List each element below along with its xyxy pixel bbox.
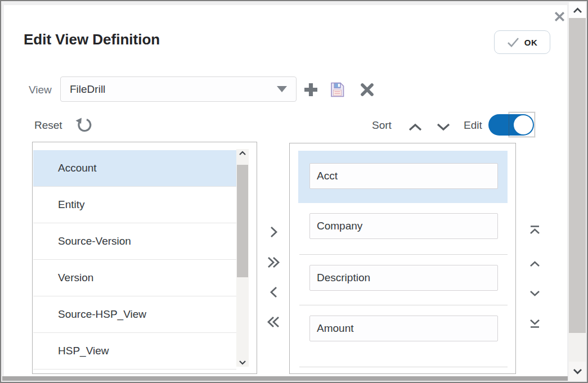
double-chevron-right-icon — [267, 256, 280, 269]
move-to-top-button[interactable] — [526, 222, 543, 238]
list-item[interactable]: Account — [33, 150, 236, 187]
view-columns-rows — [298, 143, 508, 367]
screenshot-root: Edit View Definition OK View FileDrill — [0, 0, 588, 383]
page-scrollbar-thumb[interactable] — [569, 18, 586, 333]
plus-icon — [303, 82, 318, 97]
list-item[interactable] — [298, 305, 508, 367]
ok-button-label: OK — [524, 38, 538, 47]
refresh-icon — [75, 117, 92, 134]
scrollbar-thumb[interactable] — [237, 165, 248, 277]
edit-view-definition-dialog: Edit View Definition OK View FileDrill — [4, 5, 567, 379]
move-to-bottom-button[interactable] — [526, 315, 543, 332]
move-all-left-button[interactable] — [265, 313, 282, 330]
column-name-input[interactable] — [309, 163, 498, 189]
page-scroll-up-icon[interactable] — [569, 2, 586, 18]
list-item[interactable] — [298, 151, 508, 203]
move-left-button[interactable] — [265, 283, 282, 300]
column-name-input[interactable] — [309, 213, 498, 239]
list-item[interactable] — [298, 255, 508, 305]
list-item-label: Source-Version — [58, 235, 131, 247]
chevron-right-icon — [270, 226, 278, 238]
list-item-label: Account — [58, 162, 97, 174]
view-label: View — [29, 84, 52, 96]
list-item[interactable]: Entity — [33, 187, 236, 223]
dialog-title: Edit View Definition — [24, 31, 160, 48]
check-icon — [507, 37, 519, 47]
delete-view-button[interactable] — [360, 82, 375, 97]
window-bottom-edge — [2, 376, 568, 381]
chevron-down-icon — [277, 86, 287, 92]
chevron-up-icon — [408, 123, 423, 132]
sort-ascending-button[interactable] — [407, 121, 424, 133]
scroll-up-icon[interactable] — [236, 150, 249, 156]
chevron-down-icon — [529, 290, 541, 298]
list-item[interactable]: Source-Version — [33, 223, 236, 260]
save-icon — [330, 82, 344, 97]
ok-button[interactable]: OK — [494, 30, 550, 54]
close-icon[interactable] — [553, 10, 565, 22]
add-view-button[interactable] — [302, 81, 319, 98]
view-dropdown[interactable]: FileDrill — [60, 76, 297, 102]
sort-descending-button[interactable] — [435, 121, 452, 133]
delete-x-icon — [360, 83, 374, 97]
list-item[interactable]: Version — [33, 260, 236, 296]
reset-button[interactable] — [74, 116, 93, 134]
reset-label: Reset — [34, 119, 62, 132]
chevron-up-icon — [529, 260, 541, 267]
scroll-down-icon[interactable] — [236, 360, 249, 366]
chevron-left-icon — [270, 286, 278, 299]
move-up-button[interactable] — [526, 255, 543, 272]
list-item-label: Entity — [58, 199, 85, 211]
chevron-up-bar-icon — [529, 225, 541, 235]
list-item-label: HSP_View — [58, 345, 109, 357]
move-right-button[interactable] — [265, 223, 282, 240]
toggle-focus-ring — [509, 112, 535, 137]
double-chevron-left-icon — [267, 316, 280, 328]
save-view-button[interactable] — [330, 82, 345, 97]
move-all-right-button[interactable] — [265, 254, 282, 271]
list-item[interactable]: HSP_View — [33, 333, 236, 370]
edit-label: Edit — [464, 119, 482, 132]
chevron-down-bar-icon — [529, 318, 541, 328]
list-item-label: Version — [58, 272, 93, 284]
available-dimensions-rows: Account Entity Source-Version Version So… — [33, 150, 236, 370]
list-item-label: Source-HSP_View — [58, 308, 146, 321]
move-down-button[interactable] — [526, 285, 543, 302]
chevron-down-icon — [436, 123, 451, 132]
column-name-input[interactable] — [309, 265, 498, 291]
view-dropdown-value: FileDrill — [70, 83, 277, 96]
available-dimensions-list: Account Entity Source-Version Version So… — [32, 142, 257, 374]
column-name-input[interactable] — [309, 316, 498, 341]
list-item[interactable]: Source-HSP_View — [33, 296, 236, 333]
page-scrollbar[interactable] — [569, 2, 586, 381]
edit-toggle[interactable] — [488, 114, 534, 136]
list-scrollbar[interactable] — [236, 149, 249, 367]
page-scroll-down-icon[interactable] — [569, 362, 586, 381]
close-x-glyph — [554, 11, 565, 22]
list-item[interactable] — [298, 203, 508, 255]
view-columns-list — [289, 143, 516, 374]
sort-label: Sort — [372, 119, 392, 132]
